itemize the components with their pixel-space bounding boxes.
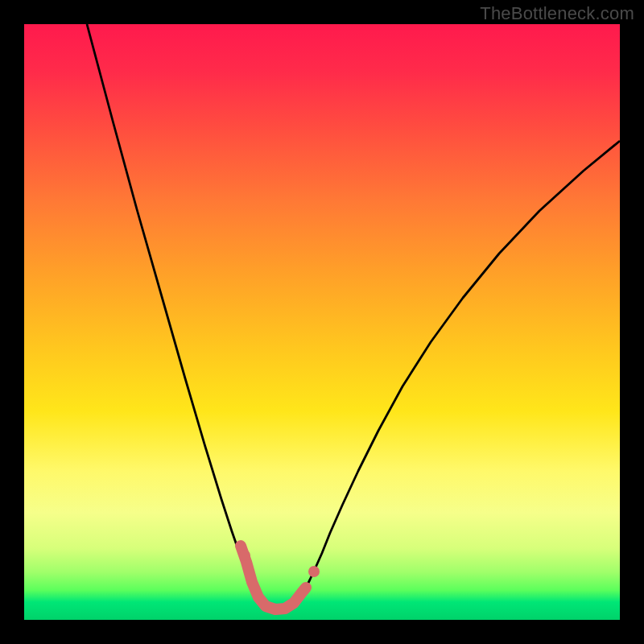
curve-layer [24,24,620,620]
watermark-text: TheBottleneck.com [480,3,634,24]
chart-frame: TheBottleneck.com [0,0,644,644]
bottleneck-curve [87,24,620,609]
dot-left-inner [239,550,250,561]
plot-area [24,24,620,620]
dot-right-detached [308,566,320,577]
valley-floor-highlight [241,546,306,609]
